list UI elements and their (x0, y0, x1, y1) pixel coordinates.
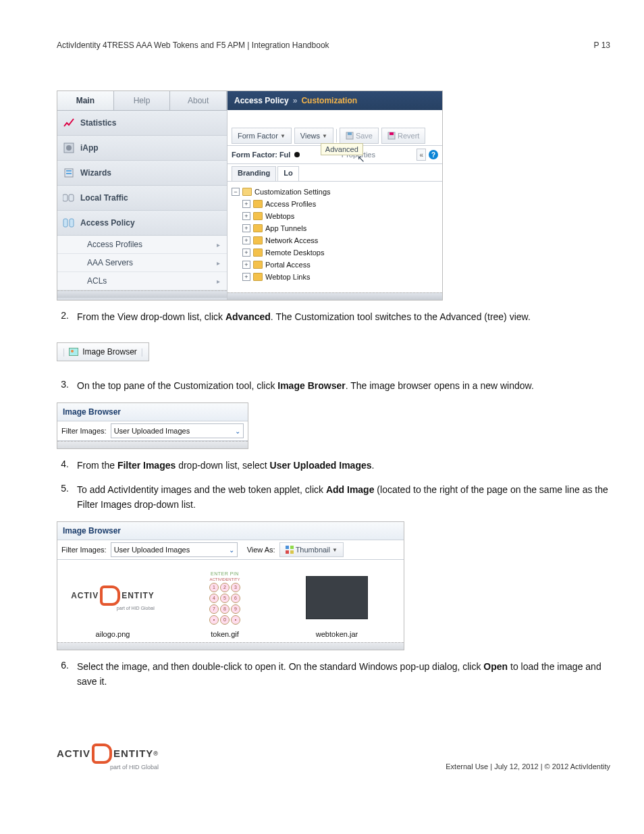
tab-about[interactable]: About (170, 91, 227, 110)
folder-icon (253, 236, 263, 244)
token-preview: ENTER PIN ACTIVIDENTITY 123 456 789 •0• (209, 571, 240, 625)
torn-edge (57, 290, 227, 298)
svg-rect-13 (286, 546, 289, 549)
torn-edge (227, 292, 442, 300)
thumbnail-item[interactable]: ENTER PIN ACTIVIDENTITY 123 456 789 •0• … (178, 571, 272, 638)
svg-point-1 (66, 145, 72, 151)
plus-icon[interactable]: + (242, 200, 250, 208)
access-policy-icon (63, 217, 75, 229)
thumbnail-grid: ACTIVENTITY part of HID Global ailogo.pn… (57, 560, 404, 642)
thumbnail-item[interactable]: ACTIVENTITY part of HID Global ailogo.pn… (65, 571, 160, 638)
folder-icon (253, 261, 263, 269)
tab-branding[interactable]: Branding (232, 166, 276, 181)
chevron-down-icon: ▼ (322, 133, 327, 139)
brand-d-icon (92, 744, 112, 764)
filter-images-dropdown[interactable]: User Uploaded Images ⌄ (111, 542, 238, 557)
tab-lo[interactable]: Lo (277, 166, 298, 181)
chevron-down-icon: ▼ (332, 547, 338, 553)
page-header: ActivIdentity 4TRESS AAA Web Tokens and … (57, 41, 610, 50)
iapp-icon (63, 142, 75, 154)
torn-edge (57, 441, 248, 448)
tree-root[interactable]: − Customization Settings (232, 186, 438, 198)
chevron-right-icon: ▸ (217, 241, 220, 249)
views-dropdown[interactable]: Views ▼ Advanced ↖ (294, 128, 333, 144)
panel-title: Image Browser (57, 522, 404, 540)
chevron-right-icon: ▸ (217, 259, 220, 267)
customization-subtabs: Branding Lo (227, 164, 442, 182)
viewas-label: View As: (247, 546, 275, 554)
jar-preview (306, 576, 368, 619)
save-button[interactable]: Save (340, 128, 379, 144)
page-number: P 13 (594, 41, 610, 50)
nav-wizards[interactable]: Wizards (57, 161, 227, 186)
thumbnail-item[interactable]: webtoken.jar (290, 571, 384, 638)
plus-icon[interactable]: + (242, 236, 250, 244)
nav-sub-access-profiles[interactable]: Access Profiles ▸ (57, 236, 227, 254)
folder-icon (253, 249, 263, 257)
folder-open-icon (242, 188, 252, 196)
screenshot-image-browser-button: | Image Browser | (57, 342, 149, 361)
screenshot-image-browser-thumbnails: Image Browser Filter Images: User Upload… (57, 521, 404, 650)
tab-main[interactable]: Main (57, 91, 114, 110)
thumbnail-icon (286, 546, 294, 554)
filter-images-dropdown[interactable]: User Uploaded Images ⌄ (111, 423, 244, 438)
tree-item[interactable]: +Webtops (232, 210, 438, 222)
image-browser-button[interactable]: Image Browser (82, 347, 137, 357)
wizard-icon (63, 167, 75, 179)
svg-rect-15 (286, 550, 289, 554)
minus-icon[interactable]: − (232, 188, 240, 196)
thumb-caption: ailogo.png (65, 630, 160, 638)
plus-icon[interactable]: + (242, 212, 250, 220)
page-footer: ACTIV ENTITY ® part of HID Global Extern… (57, 744, 610, 771)
svg-rect-3 (66, 170, 72, 172)
crumb-sep: » (293, 96, 298, 105)
document-page: ActivIdentity 4TRESS AAA Web Tokens and … (0, 0, 644, 791)
toolbar-row: Filter Images: User Uploaded Images ⌄ Vi… (57, 540, 404, 560)
svg-rect-16 (290, 550, 294, 554)
plus-icon[interactable]: + (242, 249, 250, 257)
nav-sub-acls[interactable]: ACLs ▸ (57, 272, 227, 290)
folder-icon (253, 224, 263, 232)
tree-item[interactable]: +App Tunnels (232, 222, 438, 234)
svg-rect-6 (69, 194, 74, 201)
chevron-down-icon: ▼ (280, 133, 286, 139)
tree-item[interactable]: +Network Access (232, 234, 438, 246)
tab-help[interactable]: Help (114, 91, 171, 110)
nav-sub-aaa-servers[interactable]: AAA Servers ▸ (57, 254, 227, 272)
tree-item[interactable]: +Remote Desktops (232, 246, 438, 259)
collapse-button[interactable]: « (417, 149, 426, 161)
viewas-dropdown[interactable]: Thumbnail ▼ (279, 542, 344, 557)
doc-title: ActivIdentity 4TRESS AAA Web Tokens and … (57, 41, 329, 50)
revert-button[interactable]: Revert (381, 128, 425, 144)
plus-icon[interactable]: + (242, 261, 250, 269)
step-2: 2. From the View drop-down list, click A… (57, 310, 610, 325)
form-factor-dropdown[interactable]: Form Factor ▼ (232, 128, 292, 144)
help-icon[interactable]: ? (429, 150, 438, 159)
folder-icon (253, 212, 263, 220)
svg-rect-7 (63, 219, 68, 227)
filter-label: Filter Images: (61, 546, 107, 554)
nav-statistics[interactable]: Statistics (57, 111, 227, 136)
nav-local-traffic[interactable]: Local Traffic (57, 186, 227, 211)
plus-icon[interactable]: + (242, 273, 250, 281)
svg-rect-8 (70, 219, 74, 227)
plus-icon[interactable]: + (242, 224, 250, 232)
tree-item[interactable]: +Portal Access (232, 259, 438, 271)
footer-meta: External Use | July 12, 2012 | © 2012 Ac… (446, 762, 610, 771)
nav-iapp[interactable]: iApp (57, 136, 227, 161)
tree-item[interactable]: +Access Profiles (232, 198, 438, 210)
screenshot-customization-tool: Main Help About Statistics iApp (57, 90, 443, 301)
nav-access-policy[interactable]: Access Policy (57, 211, 227, 236)
torn-edge (57, 642, 404, 650)
chevron-down-icon: ⌄ (229, 546, 234, 554)
step-6: 6. Select the image, and then double-cli… (57, 660, 610, 689)
access-policy-children: Access Profiles ▸ AAA Servers ▸ ACLs ▸ (57, 236, 227, 290)
folder-icon (253, 200, 263, 208)
svg-rect-12 (390, 132, 394, 135)
tree-item[interactable]: +Webtop Links (232, 271, 438, 283)
chevron-down-icon: ⌄ (235, 427, 240, 435)
ailogo-preview: ACTIVENTITY part of HID Global (71, 585, 155, 610)
filter-row: Filter Images: User Uploaded Images ⌄ (57, 421, 248, 441)
svg-rect-5 (63, 194, 68, 201)
tooltip-advanced: Advanced ↖ (321, 143, 363, 155)
